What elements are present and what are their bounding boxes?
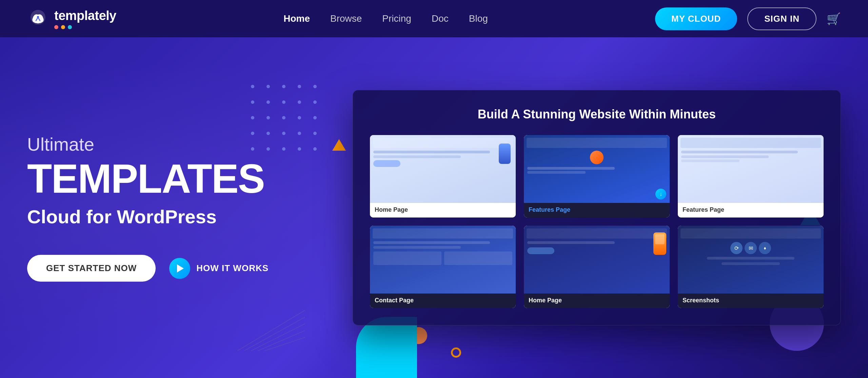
dot-cyan xyxy=(68,25,72,29)
deco-orange-circle xyxy=(451,347,461,358)
template-label-contact: Contact Page xyxy=(370,294,516,308)
hero-buttons: GET STARTED NOW HOW IT WORKS xyxy=(27,255,332,282)
nav-browse[interactable]: Browse xyxy=(330,13,362,24)
hero-description: Cloud for WordPress xyxy=(27,206,332,228)
logo-text: templately xyxy=(54,8,116,23)
hero-title: TEMPLATES xyxy=(27,158,332,199)
nav-doc[interactable]: Doc xyxy=(432,13,449,24)
nav-links: Home Browse Pricing Doc Blog xyxy=(283,13,488,24)
svg-line-5 xyxy=(258,330,305,351)
sign-in-button[interactable]: SIGN IN xyxy=(747,7,816,30)
template-grid: Home Page ↓ Features Page xyxy=(370,135,824,308)
template-card-home-1[interactable]: Home Page xyxy=(370,135,516,218)
play-triangle-icon xyxy=(177,264,184,272)
how-it-works-button[interactable]: HOW IT WORKS xyxy=(169,258,269,279)
download-badge-icon: ↓ xyxy=(655,189,666,200)
nav-pricing[interactable]: Pricing xyxy=(382,13,411,24)
logo-icon xyxy=(27,8,49,30)
hero-section: Ultimate TEMPLATES Cloud for WordPress G… xyxy=(0,37,868,378)
hero-left: Ultimate TEMPLATES Cloud for WordPress G… xyxy=(27,134,332,282)
dot-red xyxy=(54,25,58,29)
my-cloud-button[interactable]: MY CLOUD xyxy=(655,7,737,30)
deco-lines xyxy=(237,310,305,351)
template-card-features-2[interactable]: Features Page xyxy=(678,135,824,218)
navbar: templately Home Browse Pricing Doc Blog … xyxy=(0,0,868,37)
template-card-screenshots[interactable]: ⟳ ✉ ♦ Screenshots xyxy=(678,226,824,308)
how-it-works-label: HOW IT WORKS xyxy=(196,263,269,273)
preview-title: Build A Stunning Website Within Minutes xyxy=(370,107,824,121)
template-label-features-2: Features Page xyxy=(678,203,824,218)
template-label-home-2: Home Page xyxy=(524,294,670,308)
template-card-contact[interactable]: Contact Page xyxy=(370,226,516,308)
logo[interactable]: templately xyxy=(27,8,116,30)
hero-right: Build A Stunning Website Within Minutes … xyxy=(353,90,841,325)
deco-quarter-circle xyxy=(356,317,417,378)
get-started-button[interactable]: GET STARTED NOW xyxy=(27,255,156,282)
nav-actions: MY CLOUD SIGN IN 🛒 xyxy=(655,7,841,30)
nav-blog[interactable]: Blog xyxy=(469,13,488,24)
preview-window: Build A Stunning Website Within Minutes … xyxy=(353,90,841,325)
template-label-features-1: Features Page xyxy=(524,203,670,218)
logo-dots xyxy=(54,25,116,29)
template-label-screenshots: Screenshots xyxy=(678,294,824,308)
hero-subtitle: Ultimate xyxy=(27,134,332,155)
svg-line-3 xyxy=(244,317,305,351)
template-label-home-1: Home Page xyxy=(370,203,516,218)
svg-point-1 xyxy=(37,16,39,18)
dot-orange xyxy=(61,25,65,29)
svg-line-4 xyxy=(251,324,305,351)
play-button-icon xyxy=(169,258,190,279)
triangle-orange-icon xyxy=(332,139,346,151)
template-card-features-1[interactable]: ↓ Features Page xyxy=(524,135,670,218)
nav-home[interactable]: Home xyxy=(283,13,310,24)
template-card-home-2[interactable]: Home Page xyxy=(524,226,670,308)
cart-icon[interactable]: 🛒 xyxy=(827,12,841,25)
